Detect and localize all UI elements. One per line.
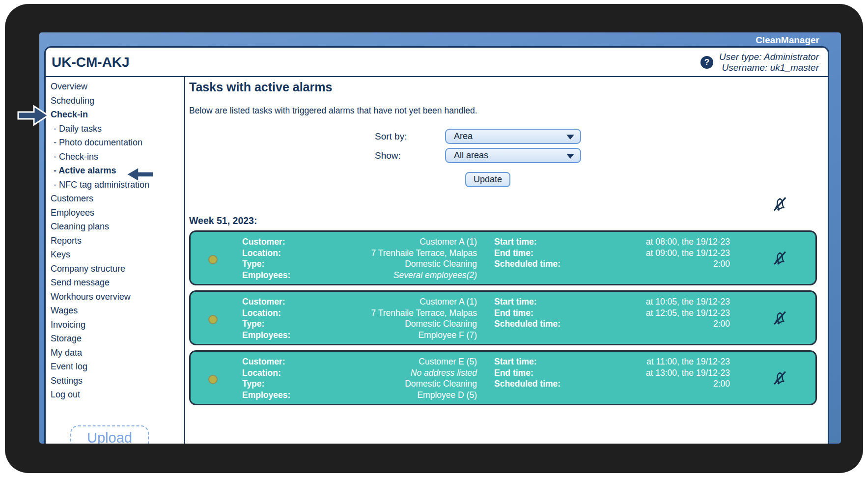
status-dot xyxy=(208,315,218,324)
user-type: User type: Administrator xyxy=(719,52,819,62)
arrow-left-icon xyxy=(125,167,155,182)
mute-all-row xyxy=(189,195,817,213)
upload-button[interactable]: Upload xyxy=(70,425,149,444)
sidebar-item-keys[interactable]: Keys xyxy=(51,248,184,262)
sidebar-item-active-alarms[interactable]: - Active alarms xyxy=(51,164,184,178)
filter-form: Sort by: Area Show: All areas xyxy=(375,129,817,163)
scheduled-time-value: 2:00 xyxy=(560,318,730,330)
sidebar-item-check-in[interactable]: Check-in xyxy=(51,108,184,122)
sidebar-item-photo-documentation[interactable]: - Photo documentation xyxy=(51,136,184,150)
status-dot xyxy=(208,375,218,384)
sidebar-item-employees[interactable]: Employees xyxy=(51,206,184,220)
chevron-down-icon xyxy=(566,154,574,159)
sidebar-item-reports[interactable]: Reports xyxy=(51,234,184,248)
sidebar-item-event-log[interactable]: Event log xyxy=(51,360,184,374)
scheduled-time-value: 2:00 xyxy=(560,378,730,390)
page-title: UK-CM-AKJ xyxy=(52,55,130,70)
content-title: Tasks with active alarms xyxy=(189,80,817,94)
show-row: Show: All areas xyxy=(375,148,817,163)
start-time-value: at 10:05, the 19/12-23 xyxy=(537,296,730,308)
type-value: Domestic Cleaning xyxy=(264,378,477,390)
end-time-value: at 09:00, the 19/12-23 xyxy=(533,248,730,259)
sidebar-item-scheduling[interactable]: Scheduling xyxy=(51,94,184,108)
task-card[interactable]: Customer:Customer E (5) Location:No addr… xyxy=(189,350,817,405)
location-value: 7 Trenhaile Terrace, Malpas xyxy=(281,308,477,319)
help-icon[interactable]: ? xyxy=(700,56,713,69)
sidebar-item-company-structure[interactable]: Company structure xyxy=(51,262,184,276)
sort-by-label: Sort by: xyxy=(375,131,445,142)
screen: CleanManager UK-CM-AKJ ? User type: Admi… xyxy=(39,32,841,444)
bell-muted-icon[interactable] xyxy=(771,250,789,267)
sidebar-item-log-out[interactable]: Log out xyxy=(51,388,184,402)
sidebar-item-workhours-overview[interactable]: Workhours overview xyxy=(51,290,184,304)
type-value: Domestic Cleaning xyxy=(264,258,477,270)
start-time-value: at 11:00, the 19/12-23 xyxy=(537,356,730,367)
bell-muted-icon[interactable] xyxy=(770,195,789,213)
sidebar-item-daily-tasks[interactable]: - Daily tasks xyxy=(51,122,184,136)
system-title: CleanManager xyxy=(756,35,819,46)
sidebar-item-check-ins[interactable]: - Check-ins xyxy=(51,150,184,164)
employees-value: Employee F (7) xyxy=(290,330,477,341)
start-time-value: at 08:00, the 19/12-23 xyxy=(537,236,730,248)
customer-value: Customer A (1) xyxy=(285,296,477,308)
scheduled-time-value: 2:00 xyxy=(560,258,730,270)
show-value: All areas xyxy=(454,150,488,161)
window-body: Overview Scheduling Check-in - Daily tas… xyxy=(46,77,828,444)
sort-by-row: Sort by: Area xyxy=(375,129,817,144)
end-time-value: at 13:00, the 19/12-23 xyxy=(533,367,730,379)
show-label: Show: xyxy=(375,150,445,161)
window-header: UK-CM-AKJ ? User type: Administrator Use… xyxy=(46,48,828,77)
sidebar-item-customers[interactable]: Customers xyxy=(51,192,184,206)
employees-value: Employee D (5) xyxy=(290,390,477,401)
sort-by-select[interactable]: Area xyxy=(445,129,581,144)
sidebar: Overview Scheduling Check-in - Daily tas… xyxy=(46,77,185,444)
bell-muted-icon[interactable] xyxy=(771,309,789,327)
type-value: Domestic Cleaning xyxy=(264,318,477,330)
sidebar-item-wages[interactable]: Wages xyxy=(51,304,184,318)
user-block: ? User type: Administrator Username: uk1… xyxy=(700,52,819,73)
location-value: 7 Trenhaile Terrace, Malpas xyxy=(281,248,477,259)
sort-by-value: Area xyxy=(454,131,473,141)
chevron-down-icon xyxy=(566,135,574,140)
app-window: UK-CM-AKJ ? User type: Administrator Use… xyxy=(44,46,829,444)
end-time-value: at 12:05, the 19/12-23 xyxy=(533,308,730,319)
sidebar-item-overview[interactable]: Overview xyxy=(51,80,184,94)
arrow-right-icon xyxy=(17,104,50,127)
username: Username: uk1_master xyxy=(719,62,819,73)
customer-value: Customer E (5) xyxy=(285,356,477,367)
bell-muted-icon[interactable] xyxy=(771,369,789,387)
week-label: Week 51, 2023: xyxy=(189,215,817,226)
customer-value: Customer A (1) xyxy=(285,236,477,248)
show-select[interactable]: All areas xyxy=(445,148,581,163)
main-content: Tasks with active alarms Below are liste… xyxy=(185,77,828,444)
sidebar-item-my-data[interactable]: My data xyxy=(51,346,184,360)
update-button[interactable]: Update xyxy=(465,172,510,187)
task-card[interactable]: Customer:Customer A (1) Location:7 Trenh… xyxy=(189,230,817,285)
sidebar-item-cleaning-plans[interactable]: Cleaning plans xyxy=(51,220,184,234)
update-row: Update xyxy=(465,172,817,187)
status-dot xyxy=(208,255,218,264)
sidebar-item-nfc-tag-administration[interactable]: - NFC tag administration xyxy=(51,178,184,192)
task-card-list: Customer:Customer A (1) Location:7 Trenh… xyxy=(189,230,817,405)
content-description: Below are listed tasks with triggered al… xyxy=(189,106,817,116)
sidebar-item-storage[interactable]: Storage xyxy=(51,332,184,346)
sidebar-item-invoicing[interactable]: Invoicing xyxy=(51,318,184,332)
employees-value: Several employees(2) xyxy=(290,270,477,281)
sidebar-item-send-message[interactable]: Send message xyxy=(51,276,184,290)
location-value: No address listed xyxy=(281,367,477,379)
user-info: User type: Administrator Username: uk1_m… xyxy=(719,52,819,73)
stage: CleanManager UK-CM-AKJ ? User type: Admi… xyxy=(0,0,868,477)
sidebar-item-settings[interactable]: Settings xyxy=(51,374,184,388)
task-card[interactable]: Customer:Customer A (1) Location:7 Trenh… xyxy=(189,290,817,345)
